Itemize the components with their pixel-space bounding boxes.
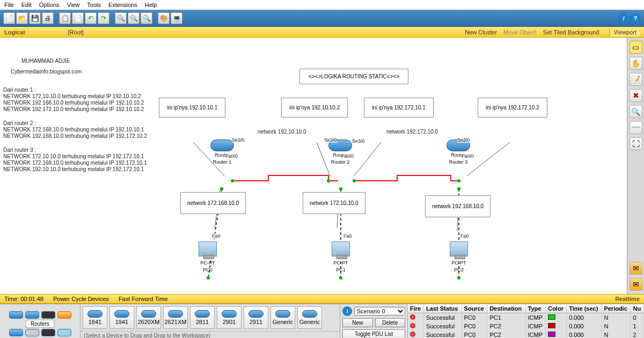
pc0[interactable]: PC-PT PC0 xyxy=(199,241,217,273)
logical-tab[interactable]: Logical xyxy=(4,29,25,35)
pdu-list: Fire Last Status Source Destination Type… xyxy=(408,304,644,338)
pdu-h-fire[interactable]: Fire xyxy=(408,304,424,313)
palette-icon[interactable]: 🎨 xyxy=(158,12,170,24)
select-tool-icon[interactable]: ▭ xyxy=(630,41,642,54)
pdu-h-type[interactable]: Type xyxy=(525,304,546,313)
zoom-in-icon[interactable]: 🔍 xyxy=(115,12,127,24)
router-2[interactable]: Router Router 2 xyxy=(328,139,352,165)
pdu-table: Fire Last Status Source Destination Type… xyxy=(408,304,644,338)
pdu-row[interactable]: Successful PC0 PC1 ICMP 0.000 N 0 xyxy=(408,313,644,322)
zoom-reset-icon[interactable]: 🔍 xyxy=(141,12,152,24)
svg-point-17 xyxy=(207,276,210,280)
svg-line-6 xyxy=(467,142,510,176)
menu-file[interactable]: File xyxy=(4,2,14,8)
pdu-row[interactable]: Successful PC0 PC2 ICMP 0.000 N 1 xyxy=(408,322,644,330)
pc-icon xyxy=(332,241,350,256)
note-tool-icon[interactable]: 📝 xyxy=(630,73,642,86)
simple-pdu-icon[interactable]: ✉ xyxy=(630,262,642,275)
pdu-h-src[interactable]: Source xyxy=(462,304,487,313)
realtime-tab[interactable]: Realtime xyxy=(615,296,640,302)
device-2811[interactable]: 2811 xyxy=(190,306,215,329)
router-1[interactable]: Router Router 1 xyxy=(210,139,234,165)
device-1841[interactable]: 1841 xyxy=(83,306,107,329)
redo-icon[interactable]: ↷ xyxy=(98,12,109,24)
port-pc2-fa0: Fa0 xyxy=(460,233,469,239)
delete-tool-icon[interactable]: ✖ xyxy=(630,89,642,102)
paste-icon[interactable]: 📄 xyxy=(72,12,84,24)
device-2911[interactable]: 2911 xyxy=(244,306,268,329)
help-icon[interactable]: ? xyxy=(630,13,641,24)
pdu-h-time[interactable]: Time (sec) xyxy=(567,304,602,313)
cat-router-icon[interactable] xyxy=(9,311,23,319)
move-tool-icon[interactable]: ✋ xyxy=(630,57,642,70)
cat-wireless-icon[interactable] xyxy=(57,311,71,319)
undo-icon[interactable]: ↶ xyxy=(85,12,97,24)
inspect-tool-icon[interactable]: 🔍 xyxy=(630,105,642,118)
menu-help[interactable]: Help xyxy=(145,2,157,8)
resize-tool-icon[interactable]: ⛶ xyxy=(630,137,642,150)
pdu-h-status[interactable]: Last Status xyxy=(424,304,462,313)
pc1[interactable]: PC-PT PC1 xyxy=(332,241,350,273)
info-icon[interactable]: i xyxy=(618,13,629,24)
pc2[interactable]: PC-PT PC2 xyxy=(450,241,468,273)
new-cluster-button[interactable]: New Cluster xyxy=(465,29,497,35)
cat-conn-icon[interactable] xyxy=(9,329,23,336)
viewport-button[interactable]: Viewport xyxy=(610,28,640,36)
cat-switch-icon[interactable] xyxy=(25,311,39,319)
zoom-out-icon[interactable]: 🔍 xyxy=(128,12,140,24)
delete-scenario-button[interactable]: Delete xyxy=(375,318,406,327)
open-file-icon[interactable]: 📂 xyxy=(16,12,28,24)
scenario-info-icon[interactable]: i xyxy=(342,306,352,316)
r3-header: Dari router 3 : xyxy=(3,147,36,153)
device-2621xm[interactable]: 2621XM xyxy=(163,306,188,329)
menu-options[interactable]: Options xyxy=(39,2,60,8)
cat-end-icon[interactable] xyxy=(25,329,39,336)
time-label: Time: 00:01:48 xyxy=(4,296,43,302)
cat-wan-icon[interactable] xyxy=(41,329,55,336)
topology-canvas[interactable]: MUHAMMAD ADJIE Cybermediainfo.blogspot.c… xyxy=(0,38,627,294)
breadcrumb-root[interactable]: [Root] xyxy=(68,29,84,35)
svg-point-10 xyxy=(231,179,234,182)
scenario-box: i Scenario 0 New Delete Toggle PDU List … xyxy=(340,304,408,338)
copy-icon[interactable]: 📋 xyxy=(59,12,71,24)
save-icon[interactable]: 💾 xyxy=(29,12,41,24)
menu-tools[interactable]: Tools xyxy=(87,2,101,8)
r1-header: Dari router 1 : xyxy=(3,87,36,93)
device-list-box: 1841 1941 2620XM 2621XM 2811 2901 2911 G… xyxy=(80,304,340,338)
menu-extensions[interactable]: Extensions xyxy=(108,2,137,8)
net-ab-label: network 192.10.10.0 xyxy=(258,129,306,135)
fast-forward-button[interactable]: Fast Forward Time xyxy=(119,296,168,302)
svg-point-11 xyxy=(327,179,330,182)
move-object-button[interactable]: Move Object xyxy=(503,29,537,35)
new-scenario-button[interactable]: New xyxy=(342,318,373,327)
svg-point-13 xyxy=(457,179,460,182)
net-pc1-note: network 172.10.10.0 xyxy=(303,192,365,214)
pdu-h-color[interactable]: Color xyxy=(546,304,567,313)
device-generic-1[interactable]: Generic xyxy=(270,306,295,329)
device-generic-2[interactable]: Generic xyxy=(297,306,322,329)
toggle-pdu-button[interactable]: Toggle PDU List Window xyxy=(342,329,405,338)
scenario-select[interactable]: Scenario 0 xyxy=(354,307,405,315)
device-2901[interactable]: 2901 xyxy=(217,306,241,329)
new-file-icon[interactable]: 📄 xyxy=(3,12,15,24)
draw-tool-icon[interactable]: 〰 xyxy=(630,121,642,134)
router-3[interactable]: Router Router 3 xyxy=(447,139,470,165)
device-icon[interactable]: 💻 xyxy=(171,12,182,24)
pdu-h-periodic[interactable]: Periodic xyxy=(602,304,631,313)
cat-hub-icon[interactable] xyxy=(41,311,55,319)
complex-pdu-icon[interactable]: ✉ xyxy=(630,278,642,291)
print-icon[interactable]: 🖨 xyxy=(42,12,54,24)
device-2620xm[interactable]: 2620XM xyxy=(136,306,161,329)
menu-edit[interactable]: Edit xyxy=(21,2,32,8)
fire-icon xyxy=(410,314,415,320)
cat-custom-icon[interactable] xyxy=(57,329,71,336)
set-tiled-bg-button[interactable]: Set Tiled Background xyxy=(543,29,599,35)
power-cycle-button[interactable]: Power Cycle Devices xyxy=(53,296,109,302)
device-1941[interactable]: 1941 xyxy=(109,306,134,329)
category-label: Routers xyxy=(26,320,54,328)
pdu-row[interactable]: Successful PC0 PC2 ICMP 0.000 N 2 xyxy=(408,330,644,338)
pdu-h-num[interactable]: Nu xyxy=(631,304,644,313)
pdu-h-dst[interactable]: Destination xyxy=(487,304,525,313)
menu-view[interactable]: View xyxy=(67,2,80,8)
color-swatch xyxy=(548,332,555,337)
